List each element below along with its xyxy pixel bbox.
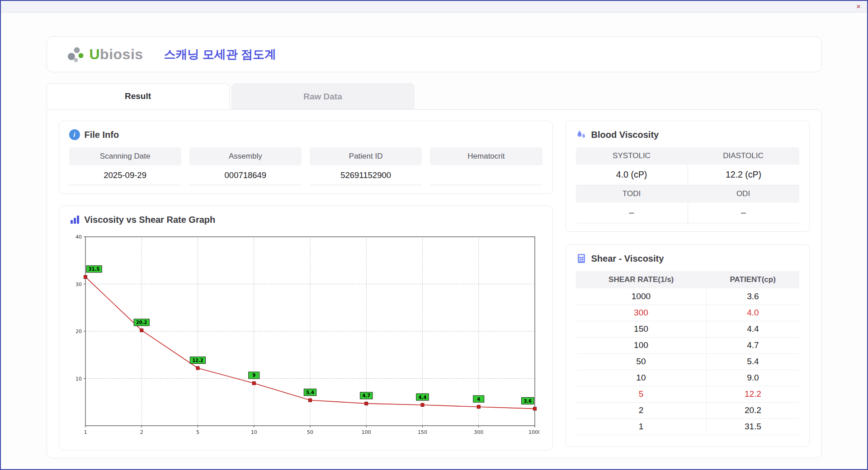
tab-raw-data[interactable]: Raw Data: [231, 83, 415, 109]
patient-viscosity-cell: 9.0: [707, 370, 799, 386]
shear-table-row: 131.5: [576, 418, 799, 435]
field-value: [430, 165, 542, 185]
info-icon: i: [69, 129, 80, 140]
svg-text:300: 300: [474, 429, 483, 435]
app-title: 스캐닝 모세관 점도계: [164, 47, 276, 62]
shear-viscosity-card: Shear - Viscosity SHEAR RATE(1/s)PATIENT…: [566, 244, 810, 447]
svg-text:30: 30: [75, 282, 82, 287]
shear-rate-cell: 5: [576, 386, 707, 402]
svg-text:9: 9: [252, 373, 255, 378]
svg-text:20.2: 20.2: [136, 320, 147, 325]
shear-rate-cell: 100: [576, 337, 707, 353]
graph-title-row: Viscosity vs Shear Rate Graph: [69, 214, 542, 225]
shear-rate-cell: 10: [576, 370, 707, 386]
droplets-icon: [576, 129, 587, 140]
graph-card: Viscosity vs Shear Rate Graph 1020304012…: [59, 206, 553, 451]
bv-header-cell: TODI: [576, 185, 688, 202]
calculator-icon: [576, 253, 587, 264]
blood-viscosity-grid: SYSTOLICDIASTOLIC4.0 (cP)12.2 (cP)TODIOD…: [576, 147, 799, 223]
bv-value-cell: –: [576, 202, 688, 223]
shear-table-row: 109.0: [576, 370, 799, 386]
shear-rate-cell: 300: [576, 305, 707, 321]
window-titlebar: ×: [1, 1, 867, 13]
field-label: Scanning Date: [69, 147, 181, 165]
field-value: 52691152900: [310, 165, 422, 185]
svg-text:4: 4: [477, 397, 480, 402]
close-icon[interactable]: ×: [856, 3, 861, 10]
shear-table-row: 3004.0: [576, 305, 799, 321]
svg-text:3.6: 3.6: [524, 399, 532, 404]
svg-text:100: 100: [361, 429, 371, 435]
app-window: × Ubiosis 스캐닝 모세관 점도계 Result Raw Data: [0, 0, 868, 470]
patient-viscosity-cell: 12.2: [707, 386, 799, 402]
tab-result[interactable]: Result: [47, 83, 230, 109]
left-column: i File Info Scanning Date2025-09-29Assem…: [59, 121, 553, 447]
patient-viscosity-cell: 4.7: [707, 337, 799, 353]
shear-rate-cell: 50: [576, 353, 707, 370]
patient-viscosity-cell: 31.5: [707, 418, 799, 435]
shear-column-header: SHEAR RATE(1/s): [576, 271, 707, 288]
bv-header-cell: DIASTOLIC: [688, 147, 799, 164]
svg-text:12.2: 12.2: [192, 358, 203, 363]
file-info-field: Patient ID52691152900: [310, 147, 422, 185]
blood-viscosity-card: Blood Viscosity SYSTOLICDIASTOLIC4.0 (cP…: [566, 121, 810, 232]
shear-table-row: 505.4: [576, 353, 799, 370]
svg-text:1000: 1000: [528, 429, 539, 435]
graph-title: Viscosity vs Shear Rate Graph: [85, 215, 216, 225]
main-area: Ubiosis 스캐닝 모세관 점도계 Result Raw Data i Fi…: [47, 36, 822, 458]
patient-viscosity-cell: 20.2: [707, 402, 799, 418]
shear-rate-cell: 2: [576, 402, 707, 418]
svg-text:20: 20: [75, 329, 82, 334]
svg-text:1: 1: [84, 429, 87, 435]
shear-table-row: 512.2: [576, 386, 799, 402]
svg-text:40: 40: [75, 234, 82, 240]
logo-dots-icon: [66, 45, 86, 63]
bar-chart-icon: [69, 214, 80, 225]
shear-table-row: 1504.4: [576, 321, 799, 337]
svg-text:10: 10: [250, 429, 257, 435]
shear-column-header: PATIENT(cp): [707, 271, 799, 288]
file-info-field: Hematocrit: [430, 147, 542, 185]
file-info-title: File Info: [85, 130, 119, 140]
field-value: 000718649: [189, 165, 302, 185]
app-header: Ubiosis 스캐닝 모세관 점도계: [47, 36, 822, 72]
shear-rate-cell: 1: [576, 418, 707, 435]
svg-text:10: 10: [75, 376, 82, 382]
patient-viscosity-cell: 4.0: [707, 305, 799, 321]
blood-viscosity-title: Blood Viscosity: [591, 130, 659, 140]
file-info-field: Assembly000718649: [189, 147, 302, 185]
shear-rate-cell: 150: [576, 321, 707, 337]
bv-value-cell: –: [688, 202, 799, 223]
svg-text:2: 2: [140, 429, 143, 435]
field-label: Hematocrit: [430, 147, 542, 165]
file-info-field: Scanning Date2025-09-29: [69, 147, 181, 185]
bv-header-cell: ODI: [688, 185, 799, 202]
file-info-title-row: i File Info: [69, 129, 542, 140]
patient-viscosity-cell: 4.4: [707, 321, 799, 337]
right-column: Blood Viscosity SYSTOLICDIASTOLIC4.0 (cP…: [566, 121, 810, 447]
svg-text:31.5: 31.5: [88, 267, 99, 272]
svg-text:4.4: 4.4: [418, 395, 426, 400]
patient-viscosity-cell: 3.6: [707, 288, 799, 305]
shear-viscosity-title: Shear - Viscosity: [591, 254, 664, 264]
file-info-card: i File Info Scanning Date2025-09-29Assem…: [59, 121, 553, 194]
logo-text-rest: biosis: [100, 46, 143, 62]
svg-text:5.4: 5.4: [306, 390, 314, 395]
field-value: 2025-09-29: [69, 165, 181, 185]
patient-viscosity-cell: 5.4: [707, 353, 799, 370]
blood-viscosity-title-row: Blood Viscosity: [576, 129, 799, 140]
svg-text:150: 150: [418, 429, 427, 435]
shear-table-row: 1004.7: [576, 337, 799, 353]
shear-table-row: 10003.6: [576, 288, 799, 305]
result-panel: i File Info Scanning Date2025-09-29Assem…: [47, 109, 822, 458]
svg-text:50: 50: [307, 429, 313, 435]
shear-rate-cell: 1000: [576, 288, 707, 305]
field-label: Assembly: [189, 147, 302, 165]
viscosity-chart: 102030401251050100150300100031.520.212.2…: [69, 232, 542, 442]
bv-value-cell: 12.2 (cP): [688, 164, 799, 185]
shear-viscosity-table: SHEAR RATE(1/s)PATIENT(cp)10003.63004.01…: [576, 271, 799, 435]
bv-header-cell: SYSTOLIC: [576, 147, 688, 164]
logo-text: Ubiosis: [90, 46, 143, 63]
svg-text:5: 5: [196, 429, 199, 435]
field-label: Patient ID: [310, 147, 422, 165]
